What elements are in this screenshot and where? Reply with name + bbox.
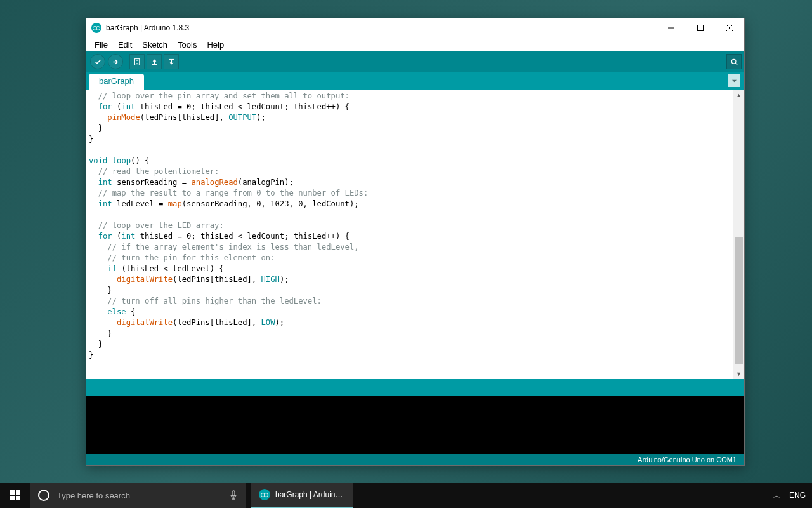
- menu-edit[interactable]: Edit: [114, 39, 136, 50]
- console-output[interactable]: [86, 396, 744, 454]
- open-sketch-button[interactable]: [147, 54, 162, 69]
- sketch-tab[interactable]: barGraph: [89, 74, 144, 90]
- tray-overflow-icon[interactable]: ︿: [773, 491, 780, 500]
- editor-scrollbar[interactable]: ▲ ▼: [733, 90, 744, 379]
- taskbar-search[interactable]: Type here to search: [30, 483, 246, 508]
- svg-rect-14: [10, 496, 15, 500]
- start-button[interactable]: [0, 483, 30, 508]
- window-title: barGraph | Arduino 1.8.3: [106, 23, 657, 32]
- svg-rect-15: [16, 496, 20, 500]
- menu-help[interactable]: Help: [202, 39, 228, 50]
- scroll-down-icon[interactable]: ▼: [733, 368, 744, 379]
- svg-rect-16: [232, 491, 235, 496]
- taskbar-app-arduino[interactable]: barGraph | Arduino...: [251, 483, 353, 508]
- close-button[interactable]: [715, 18, 744, 37]
- toolbar: [86, 51, 744, 72]
- minimize-button[interactable]: [657, 18, 686, 37]
- code-editor[interactable]: // loop over the pin array and set them …: [86, 90, 733, 379]
- maximize-button[interactable]: [686, 18, 715, 37]
- scroll-thumb[interactable]: [735, 237, 743, 364]
- tab-menu-button[interactable]: [728, 74, 740, 87]
- new-sketch-button[interactable]: [129, 54, 145, 69]
- svg-line-11: [735, 63, 737, 65]
- titlebar[interactable]: barGraph | Arduino 1.8.3: [86, 18, 744, 37]
- arduino-window: barGraph | Arduino 1.8.3 File Edit Sketc…: [86, 18, 745, 466]
- arduino-logo-icon: [91, 23, 102, 33]
- tabstrip: barGraph: [86, 72, 744, 90]
- upload-button[interactable]: [108, 54, 123, 69]
- system-tray[interactable]: ︿ ENG: [767, 491, 812, 500]
- mic-icon[interactable]: [221, 483, 246, 508]
- arduino-taskbar-icon: [259, 489, 270, 500]
- board-status-text: Arduino/Genuino Uno on COM1: [638, 456, 737, 464]
- scroll-up-icon[interactable]: ▲: [733, 90, 744, 100]
- editor-area: // loop over the pin array and set them …: [86, 90, 744, 379]
- search-placeholder: Type here to search: [57, 491, 130, 500]
- board-status: Arduino/Genuino Uno on COM1: [86, 454, 744, 465]
- menu-tools[interactable]: Tools: [173, 39, 201, 50]
- input-language[interactable]: ENG: [789, 491, 806, 500]
- cortana-icon: [38, 490, 49, 501]
- svg-point-10: [731, 59, 736, 64]
- verify-button[interactable]: [90, 54, 105, 69]
- svg-rect-1: [698, 25, 704, 31]
- save-sketch-button[interactable]: [164, 54, 179, 69]
- svg-rect-12: [10, 490, 15, 495]
- menu-file[interactable]: File: [90, 39, 112, 50]
- menubar: File Edit Sketch Tools Help: [86, 37, 744, 51]
- menu-sketch[interactable]: Sketch: [138, 39, 172, 50]
- serial-monitor-button[interactable]: [726, 54, 742, 69]
- svg-rect-13: [16, 490, 20, 495]
- taskbar-app-label: barGraph | Arduino...: [275, 490, 345, 499]
- status-strip: [86, 379, 744, 396]
- windows-taskbar: Type here to search barGraph | Arduino..…: [0, 483, 812, 508]
